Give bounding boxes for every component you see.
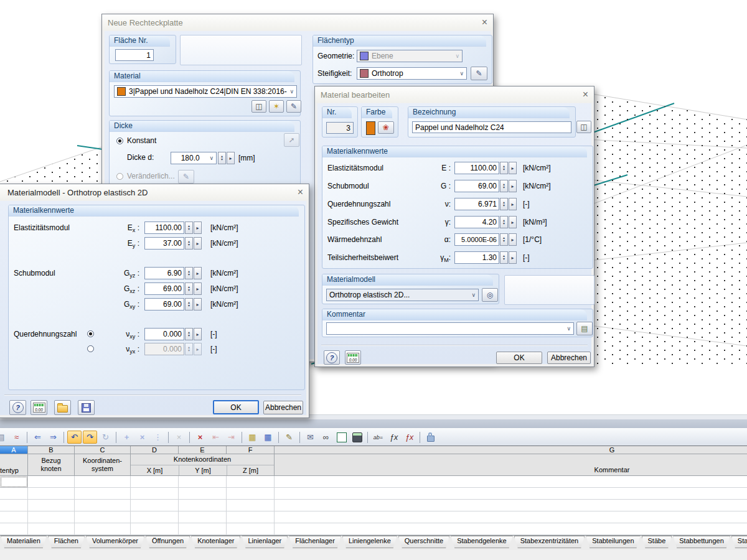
spinner-expand[interactable]: ▸: [509, 180, 517, 192]
material-library-button[interactable]: ◫: [576, 121, 591, 133]
dialog-titlebar[interactable]: Neue Rechteckplatte ×: [102, 14, 493, 30]
delete-cell-icon[interactable]: ×: [135, 431, 149, 444]
notes-icon[interactable]: ✎: [282, 431, 296, 444]
tab-staebe[interactable]: Stäbe: [642, 536, 672, 548]
materialmodell-select[interactable]: Orthotrop elastisch 2D... ∨: [326, 289, 479, 301]
gxz-input[interactable]: 69.00▴▾▸: [144, 282, 202, 295]
column-dots-icon[interactable]: ⋮: [151, 431, 165, 444]
material-select[interactable]: 3|Pappel und Nadelholz C24|DIN EN 338:20…: [114, 85, 297, 98]
calculator-icon[interactable]: [350, 431, 364, 444]
tab-stabexzentrizitaeten[interactable]: Stabexzentrizitäten: [514, 536, 585, 548]
spinner-expand[interactable]: ▸: [509, 251, 517, 264]
help-button[interactable]: ?: [324, 350, 340, 365]
gyz-input[interactable]: 6.90▴▾▸: [144, 267, 202, 279]
column-header-g[interactable]: G: [275, 446, 747, 454]
spinner-expand[interactable]: ▸: [509, 233, 517, 246]
tab-querschnitte[interactable]: Querschnitte: [398, 536, 449, 548]
remove-left-icon[interactable]: ⇤: [209, 431, 223, 444]
color-palette-button[interactable]: ❀: [378, 121, 394, 134]
edit-stiffness-button[interactable]: ✎: [471, 67, 487, 80]
spinner-expand[interactable]: ▸: [194, 328, 202, 340]
tab-oeffnungen[interactable]: Öffnungen: [146, 536, 190, 548]
tab-materialien[interactable]: Materialien: [1, 536, 47, 548]
spinner-updown[interactable]: ▴▾: [185, 222, 193, 234]
bezeichnung-input[interactable]: Pappel und Nadelholz C24: [412, 121, 571, 133]
tab-stabbettungen[interactable]: Stabbettungen: [673, 536, 730, 548]
close-icon[interactable]: ×: [482, 17, 487, 27]
remove-right-icon[interactable]: ⇥: [224, 431, 238, 444]
ok-button[interactable]: OK: [496, 352, 542, 364]
column-header-c[interactable]: C: [75, 446, 131, 454]
next-table-icon[interactable]: ⇒: [46, 431, 60, 444]
spinner-expand[interactable]: ▸: [194, 222, 202, 234]
redo-icon[interactable]: ↷: [83, 431, 97, 444]
steifigkeit-select[interactable]: Orthotrop ∨: [357, 67, 467, 80]
clear-table-icon[interactable]: ×: [172, 431, 186, 444]
tab-stabnichtlinearitaeten[interactable]: Stabnichtlinearitäten: [731, 536, 747, 548]
spinner-updown[interactable]: ▴▾: [500, 198, 508, 210]
spinner-updown[interactable]: ▴▾: [185, 282, 193, 295]
undo-icon[interactable]: ↶: [67, 431, 82, 444]
spinner-expand[interactable]: ▸: [509, 198, 517, 210]
previous-table-icon[interactable]: ⇐: [31, 431, 45, 444]
tab-flaechen[interactable]: Flächen: [48, 536, 85, 548]
dicke-d-combo[interactable]: 180.0 ∨: [171, 152, 217, 164]
save-settings-button[interactable]: [78, 400, 95, 415]
waveform-icon[interactable]: ≈: [9, 431, 24, 444]
delete-row-icon[interactable]: ×: [193, 431, 207, 444]
excel-export-icon[interactable]: [334, 431, 349, 444]
cancel-button[interactable]: Abbrechen: [263, 401, 303, 414]
ey-input[interactable]: 37.00▴▾▸: [144, 237, 202, 250]
spinner-updown[interactable]: ▴▾: [185, 328, 193, 340]
spinner-updown[interactable]: ▴▾: [185, 267, 193, 279]
gammam-input[interactable]: 1.30▴▾▸: [454, 251, 517, 264]
kommentar-combo[interactable]: ∨: [326, 322, 574, 335]
units-settings-button[interactable]: 0.00: [345, 350, 361, 365]
edit-materialmodell-button[interactable]: ◎: [482, 288, 498, 302]
cell-a1-selected[interactable]: [0, 476, 28, 488]
ok-button[interactable]: OK: [213, 400, 259, 414]
spinner-updown[interactable]: ▴▾: [500, 251, 508, 264]
konstant-radio[interactable]: [116, 138, 123, 144]
spinner-expand[interactable]: ▸: [194, 237, 202, 250]
vxy-radio[interactable]: [87, 330, 94, 337]
spinner-expand[interactable]: ▸: [194, 298, 202, 310]
spinner-updown[interactable]: ▴▾: [500, 162, 508, 174]
dialog-titlebar[interactable]: Materialmodell - Orthotrop elastisch 2D …: [0, 184, 309, 200]
table-view-icon[interactable]: ▦: [245, 431, 260, 444]
lock-icon[interactable]: [423, 431, 438, 444]
tab-knotenlager[interactable]: Knotenlager: [191, 536, 240, 548]
tab-stabteilungen[interactable]: Stabteilungen: [586, 536, 640, 548]
spinner-updown[interactable]: ▴▾: [185, 237, 193, 250]
insert-row-icon[interactable]: +: [120, 431, 134, 444]
delete-function-icon[interactable]: ƒx: [402, 431, 416, 444]
column-header-b[interactable]: B: [28, 446, 75, 454]
spinner-updown[interactable]: ▴▾: [500, 180, 508, 192]
dicke-d-spinner[interactable]: ▴▾ ▸: [217, 152, 235, 164]
spinner-expand[interactable]: ▸: [227, 152, 235, 164]
tab-liniengelenke[interactable]: Liniengelenke: [342, 536, 397, 548]
rename-icon[interactable]: ab=: [371, 431, 385, 444]
send-letter-icon[interactable]: ✉: [303, 431, 317, 444]
load-settings-button[interactable]: [54, 400, 71, 415]
chart-icon[interactable]: ▤: [0, 431, 8, 444]
dialog-titlebar[interactable]: Material bearbeiten ×: [315, 86, 594, 103]
comment-templates-button[interactable]: ▤: [576, 322, 593, 335]
tab-linienlager[interactable]: Linienlager: [242, 536, 288, 548]
nu-input[interactable]: 6.971▴▾▸: [454, 198, 517, 210]
veraenderlich-radio[interactable]: [116, 173, 123, 180]
tab-stabendgelenke[interactable]: Stabendgelenke: [451, 536, 513, 548]
e-input[interactable]: 1100.00▴▾▸: [454, 162, 517, 174]
gxy-input[interactable]: 69.00▴▾▸: [144, 298, 202, 310]
tab-flaechenlager[interactable]: Flächenlager: [289, 536, 341, 548]
glasses-view-icon[interactable]: ∞: [319, 431, 333, 444]
gamma-input[interactable]: 4.20▴▾▸: [454, 216, 517, 228]
edit-material-button[interactable]: ✎: [286, 100, 301, 113]
ex-input[interactable]: 1100.00▴▾▸: [144, 222, 202, 234]
column-header-a[interactable]: A: [0, 446, 28, 454]
alpha-input[interactable]: 5.0000E-06▴▾▸: [454, 233, 517, 246]
spinner-expand[interactable]: ▸: [509, 216, 517, 228]
spinner-updown[interactable]: ▴▾: [218, 152, 226, 164]
refresh-icon[interactable]: ↻: [98, 431, 113, 444]
cancel-button[interactable]: Abbrechen: [547, 352, 591, 364]
